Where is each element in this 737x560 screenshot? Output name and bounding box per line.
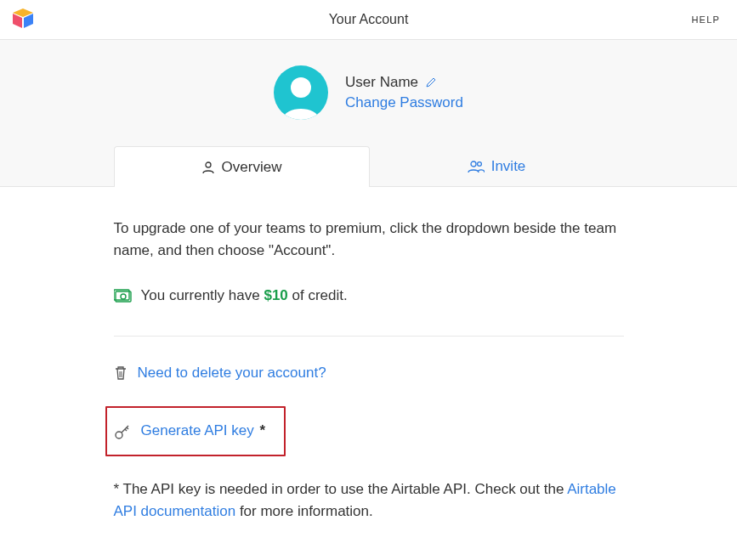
- delete-account-row: Need to delete your account?: [114, 362, 624, 384]
- credit-amount: $10: [264, 287, 287, 303]
- key-icon: [114, 423, 131, 440]
- delete-account-link[interactable]: Need to delete your account?: [138, 362, 326, 384]
- credit-row: You currently have $10 of credit.: [114, 285, 624, 307]
- avatar: [274, 65, 328, 120]
- content: To upgrade one of your teams to premium,…: [114, 187, 624, 553]
- api-note: * The API key is needed in order to use …: [114, 478, 624, 523]
- upgrade-text: To upgrade one of your teams to premium,…: [114, 218, 624, 263]
- profile-block: User Name Change Password: [0, 40, 737, 140]
- user-name-row: User Name: [345, 74, 463, 91]
- svg-point-8: [121, 294, 126, 299]
- help-link[interactable]: HELP: [691, 14, 720, 25]
- credit-text: You currently have $10 of credit.: [141, 285, 348, 307]
- api-note-prefix: * The API key is needed in order to use …: [114, 481, 568, 497]
- logo[interactable]: [12, 8, 34, 29]
- tab-overview-label: Overview: [222, 159, 282, 176]
- pencil-icon[interactable]: [425, 76, 437, 88]
- tab-invite[interactable]: Invite: [370, 145, 624, 186]
- svg-point-6: [477, 161, 481, 166]
- svg-point-10: [116, 432, 122, 438]
- api-key-text: Generate API key *: [141, 420, 266, 442]
- user-meta: User Name Change Password: [345, 74, 463, 111]
- people-icon: [468, 160, 485, 173]
- generate-api-key-link[interactable]: Generate API key: [141, 422, 254, 438]
- trash-icon: [114, 365, 128, 381]
- hero-band: User Name Change Password Overview Invit…: [0, 40, 737, 187]
- asterisk: *: [259, 422, 265, 438]
- tab-overview[interactable]: Overview: [114, 146, 370, 187]
- topbar: Your Account HELP: [0, 0, 737, 40]
- svg-point-4: [206, 162, 211, 167]
- divider: [114, 336, 624, 337]
- api-note-suffix: for more information.: [235, 503, 373, 519]
- page-title: Your Account: [0, 12, 737, 27]
- tabs: Overview Invite: [114, 145, 624, 186]
- tab-invite-label: Invite: [491, 158, 526, 175]
- svg-point-5: [471, 161, 476, 167]
- api-key-highlight: Generate API key *: [105, 406, 286, 455]
- credit-suffix: of credit.: [288, 287, 348, 303]
- svg-point-3: [291, 77, 311, 98]
- user-name: User Name: [345, 74, 418, 91]
- money-icon: [114, 288, 133, 303]
- person-icon: [201, 161, 215, 174]
- credit-prefix: You currently have: [141, 287, 264, 303]
- change-password-link[interactable]: Change Password: [345, 94, 463, 111]
